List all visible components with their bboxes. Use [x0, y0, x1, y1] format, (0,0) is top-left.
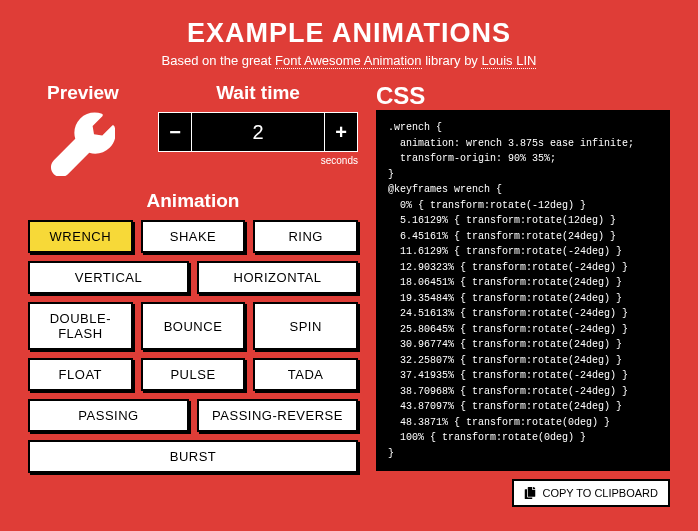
- animation-button-horizontal[interactable]: HORIZONTAL: [197, 261, 358, 294]
- css-output: .wrench { animation: wrench 3.875s ease …: [376, 110, 670, 471]
- animation-button-vertical[interactable]: VERTICAL: [28, 261, 189, 294]
- animation-heading: Animation: [28, 190, 358, 212]
- animation-button-passing-reverse[interactable]: PASSING-REVERSE: [197, 399, 358, 432]
- clipboard-icon: [524, 487, 536, 499]
- wait-heading: Wait time: [158, 82, 358, 104]
- wait-stepper: − 2 +: [158, 112, 358, 152]
- wait-minus-button[interactable]: −: [158, 112, 192, 152]
- wait-plus-button[interactable]: +: [324, 112, 358, 152]
- animation-button-burst[interactable]: BURST: [28, 440, 358, 473]
- copy-to-clipboard-button[interactable]: COPY TO CLIPBOARD: [512, 479, 670, 507]
- animation-button-tada[interactable]: TADA: [253, 358, 358, 391]
- animation-button-float[interactable]: FLOAT: [28, 358, 133, 391]
- page-title: Example animations: [28, 18, 670, 49]
- wrench-icon: [51, 112, 115, 176]
- copy-label: COPY TO CLIPBOARD: [542, 487, 658, 499]
- wait-value: 2: [192, 112, 324, 152]
- animation-button-double-flash[interactable]: DOUBLE-FLASH: [28, 302, 133, 350]
- link-author[interactable]: Louis LIN: [481, 53, 536, 69]
- animation-buttons: WRENCHSHAKERINGVERTICALHORIZONTALDOUBLE-…: [28, 220, 358, 473]
- preview-heading: Preview: [28, 82, 138, 104]
- animation-button-passing[interactable]: PASSING: [28, 399, 189, 432]
- animation-button-spin[interactable]: SPIN: [253, 302, 358, 350]
- animation-button-pulse[interactable]: PULSE: [141, 358, 246, 391]
- page-subtitle: Based on the great Font Awesome Animatio…: [28, 53, 670, 68]
- animation-button-shake[interactable]: SHAKE: [141, 220, 246, 253]
- css-heading: CSS: [376, 82, 670, 110]
- wait-units: seconds: [158, 155, 358, 166]
- animation-button-bounce[interactable]: BOUNCE: [141, 302, 246, 350]
- animation-button-ring[interactable]: RING: [253, 220, 358, 253]
- link-faa[interactable]: Font Awesome Animation: [275, 53, 421, 69]
- animation-button-wrench[interactable]: WRENCH: [28, 220, 133, 253]
